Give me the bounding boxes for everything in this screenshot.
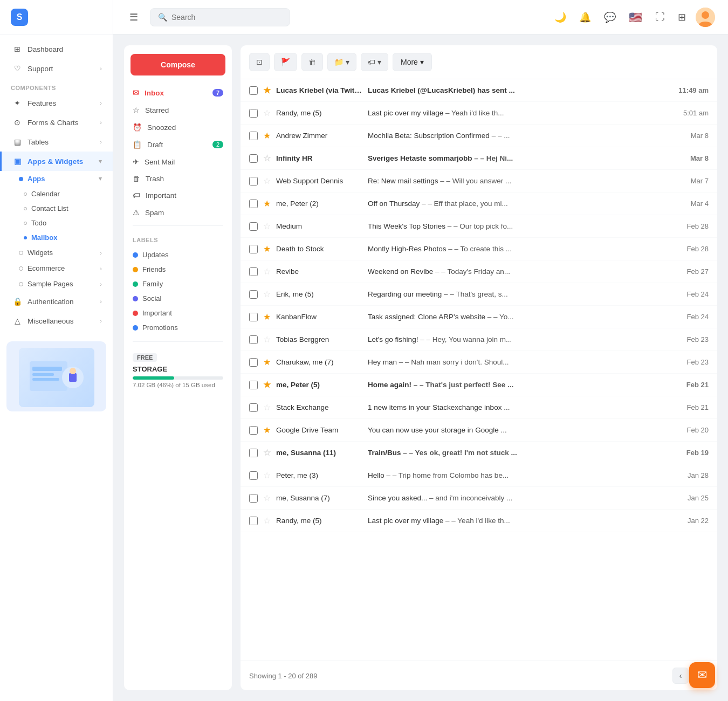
prev-page-button[interactable]: ‹ bbox=[672, 668, 689, 684]
table-row[interactable]: ★ me, Peter (5) Home again! – – That's j… bbox=[241, 374, 717, 396]
sidebar-item-sample-pages[interactable]: Sample Pages › bbox=[0, 276, 113, 292]
table-row[interactable]: ☆ Tobias Berggren Let's go fishing! – – … bbox=[241, 328, 717, 351]
sidebar-item-todo[interactable]: Todo bbox=[0, 216, 113, 230]
star-icon[interactable]: ☆ bbox=[263, 493, 271, 503]
star-icon[interactable]: ★ bbox=[263, 130, 271, 141]
sidebar-item-authentication[interactable]: 🔒 Authentication › bbox=[0, 292, 113, 311]
email-checkbox[interactable] bbox=[249, 381, 258, 389]
email-checkbox[interactable] bbox=[249, 200, 258, 208]
delete-button[interactable]: 🗑 bbox=[301, 53, 323, 71]
email-checkbox[interactable] bbox=[249, 290, 258, 299]
star-icon[interactable]: ☆ bbox=[263, 289, 271, 299]
mail-nav-starred[interactable]: ☆ Starred bbox=[124, 101, 232, 119]
more-button[interactable]: More ▾ bbox=[393, 53, 432, 71]
messages-button[interactable]: 💬 bbox=[601, 8, 619, 26]
table-row[interactable]: ☆ me, Susanna (11) Train/Bus – – Yes ok,… bbox=[241, 442, 717, 464]
archive-button[interactable]: ⊡ bbox=[249, 53, 270, 71]
label-social[interactable]: Social bbox=[133, 291, 223, 306]
table-row[interactable]: ★ KanbanFlow Task assigned: Clone ARP's … bbox=[241, 306, 717, 328]
mail-nav-snoozed[interactable]: ⏰ Snoozed bbox=[124, 119, 232, 136]
sidebar-item-support[interactable]: ♡ Support › bbox=[0, 59, 113, 78]
hamburger-button[interactable]: ☰ bbox=[126, 8, 141, 26]
star-icon[interactable]: ★ bbox=[263, 425, 271, 435]
star-icon[interactable]: ☆ bbox=[263, 516, 271, 526]
mail-nav-sent[interactable]: ✈ Sent Mail bbox=[124, 153, 232, 170]
table-row[interactable]: ★ me, Peter (2) Off on Thursday – – Eff … bbox=[241, 193, 717, 215]
tag-dropdown-button[interactable]: 🏷 ▾ bbox=[361, 53, 388, 71]
table-row[interactable]: ★ Death to Stock Montly High-Res Photos … bbox=[241, 238, 717, 260]
star-icon[interactable]: ★ bbox=[263, 312, 271, 322]
star-icon[interactable]: ★ bbox=[263, 380, 271, 390]
email-checkbox[interactable] bbox=[249, 177, 258, 185]
mail-nav-draft[interactable]: 📋 Draft 2 bbox=[124, 136, 232, 153]
grid-button[interactable]: ⊞ bbox=[675, 8, 689, 26]
star-icon[interactable]: ☆ bbox=[263, 470, 271, 480]
star-icon[interactable]: ☆ bbox=[263, 402, 271, 413]
sidebar-item-forms-charts[interactable]: ⊙ Forms & Charts › bbox=[0, 113, 113, 132]
star-icon[interactable]: ★ bbox=[263, 357, 271, 367]
table-row[interactable]: ☆ Erik, me (5) Regarding our meeting – –… bbox=[241, 283, 717, 306]
fab-button[interactable]: ✉ bbox=[689, 662, 715, 688]
star-icon[interactable]: ☆ bbox=[263, 448, 271, 458]
folder-dropdown-button[interactable]: 📁 ▾ bbox=[327, 53, 356, 71]
email-checkbox[interactable] bbox=[249, 517, 258, 525]
email-checkbox[interactable] bbox=[249, 494, 258, 503]
label-friends[interactable]: Friends bbox=[133, 262, 223, 277]
table-row[interactable]: ☆ Randy, me (5) Last pic over my village… bbox=[241, 102, 717, 125]
search-input[interactable] bbox=[171, 13, 279, 22]
mail-nav-inbox[interactable]: ✉ Inbox 7 bbox=[124, 84, 232, 101]
star-icon[interactable]: ★ bbox=[263, 85, 271, 95]
avatar[interactable] bbox=[696, 8, 715, 27]
mail-nav-trash[interactable]: 🗑 Trash bbox=[124, 170, 232, 187]
sidebar-item-features[interactable]: ✦ Features › bbox=[0, 93, 113, 113]
table-row[interactable]: ☆ Revibe Weekend on Revibe – – Today's F… bbox=[241, 260, 717, 283]
email-checkbox[interactable] bbox=[249, 267, 258, 276]
notifications-button[interactable]: 🔔 bbox=[576, 8, 594, 26]
email-checkbox[interactable] bbox=[249, 86, 258, 95]
sidebar-item-miscellaneous[interactable]: △ Miscellaneous › bbox=[0, 311, 113, 331]
sidebar-item-apps-widgets[interactable]: ▣ Apps & Widgets ▾ bbox=[0, 152, 113, 171]
email-checkbox[interactable] bbox=[249, 335, 258, 344]
email-checkbox[interactable] bbox=[249, 403, 258, 412]
email-checkbox[interactable] bbox=[249, 132, 258, 140]
star-icon[interactable]: ☆ bbox=[263, 334, 271, 345]
star-icon[interactable]: ☆ bbox=[263, 153, 271, 163]
table-row[interactable]: ★ Lucas Kriebel (via Twitter) Lucas Krie… bbox=[241, 79, 717, 102]
email-checkbox[interactable] bbox=[249, 358, 258, 367]
table-row[interactable]: ☆ me, Susanna (7) Since you asked... – a… bbox=[241, 487, 717, 510]
sidebar-item-ecommerce[interactable]: Ecommerce › bbox=[0, 260, 113, 276]
email-checkbox[interactable] bbox=[249, 245, 258, 253]
flag-button[interactable]: 🚩 bbox=[274, 53, 297, 71]
sidebar-item-contact-list[interactable]: Contact List bbox=[0, 201, 113, 216]
table-row[interactable]: ★ Google Drive Team You can now use your… bbox=[241, 419, 717, 442]
table-row[interactable]: ☆ Infinity HR Sveriges Hetaste sommarjob… bbox=[241, 147, 717, 170]
email-checkbox[interactable] bbox=[249, 426, 258, 435]
email-checkbox[interactable] bbox=[249, 109, 258, 118]
email-checkbox[interactable] bbox=[249, 222, 258, 231]
fullscreen-button[interactable]: ⛶ bbox=[652, 8, 668, 26]
star-icon[interactable]: ★ bbox=[263, 244, 271, 254]
label-family[interactable]: Family bbox=[133, 277, 223, 291]
table-row[interactable]: ☆ Web Support Dennis Re: New mail settin… bbox=[241, 170, 717, 193]
sidebar-item-calendar[interactable]: Calendar bbox=[0, 187, 113, 201]
compose-button[interactable]: Compose bbox=[131, 54, 225, 75]
table-row[interactable]: ☆ Randy, me (5) Last pic over my village… bbox=[241, 510, 717, 532]
dark-mode-button[interactable]: 🌙 bbox=[551, 8, 569, 26]
email-checkbox[interactable] bbox=[249, 154, 258, 163]
language-button[interactable]: 🇺🇸 bbox=[626, 8, 645, 27]
table-row[interactable]: ☆ Peter, me (3) Hello – – Trip home from… bbox=[241, 464, 717, 487]
star-icon[interactable]: ☆ bbox=[263, 176, 271, 186]
star-icon[interactable]: ☆ bbox=[263, 221, 271, 231]
table-row[interactable]: ★ Charukaw, me (7) Hey man – – Nah man s… bbox=[241, 351, 717, 374]
star-icon[interactable]: ☆ bbox=[263, 108, 271, 118]
star-icon[interactable]: ★ bbox=[263, 198, 271, 209]
email-checkbox[interactable] bbox=[249, 313, 258, 321]
sidebar-item-apps[interactable]: Apps ▾ bbox=[0, 171, 113, 187]
label-important[interactable]: Important bbox=[133, 306, 223, 320]
table-row[interactable]: ★ Andrew Zimmer Mochila Beta: Subscripti… bbox=[241, 125, 717, 147]
label-promotions[interactable]: Promotions bbox=[133, 320, 223, 335]
email-checkbox[interactable] bbox=[249, 471, 258, 480]
table-row[interactable]: ☆ Stack Exchange 1 new items in your Sta… bbox=[241, 396, 717, 419]
email-checkbox[interactable] bbox=[249, 449, 258, 457]
sidebar-item-mailbox[interactable]: Mailbox bbox=[0, 230, 113, 245]
